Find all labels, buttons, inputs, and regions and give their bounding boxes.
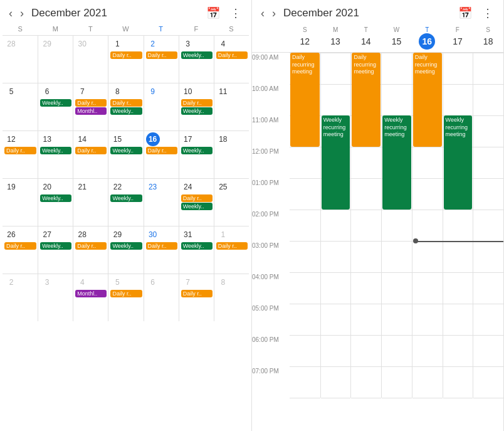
event-chip[interactable]: Weekly.. — [181, 107, 213, 115]
week-event[interactable]: Weekly recurring meeting — [322, 115, 350, 210]
day-cell[interactable]: 17Weekly.. — [179, 131, 214, 178]
day-cell[interactable]: 7Daily r..Monthl.. — [73, 83, 108, 130]
week-dow: M — [333, 26, 338, 33]
day-cell[interactable]: 9 — [144, 83, 179, 130]
event-chip[interactable]: Daily r.. — [110, 51, 142, 59]
day-cell[interactable]: 30 — [73, 36, 108, 83]
day-cell[interactable]: 7Daily r.. — [179, 274, 214, 321]
day-cell[interactable]: 6 — [144, 274, 179, 321]
day-cell[interactable]: 8Daily r..Weekly.. — [108, 83, 143, 130]
event-chip[interactable]: Weekly.. — [110, 194, 142, 202]
right-more-button[interactable]: ⋮ — [478, 5, 497, 21]
day-cell[interactable]: 30Daily r.. — [144, 226, 179, 274]
event-chip[interactable]: Daily r.. — [75, 99, 107, 107]
hour-line — [473, 210, 503, 210]
right-next-button[interactable]: › — [270, 6, 278, 20]
week-event[interactable]: Daily recurring meeting — [352, 53, 381, 147]
event-chip[interactable]: Daily r.. — [146, 51, 177, 59]
left-calendar-icon-button[interactable]: 📅 — [202, 5, 224, 21]
day-cell[interactable]: 20Weekly.. — [38, 179, 73, 226]
day-cell[interactable]: 15Weekly.. — [108, 131, 143, 178]
day-cell[interactable]: 12Daily r.. — [3, 131, 38, 178]
event-chip[interactable]: Daily r.. — [4, 147, 36, 154]
day-number: 14 — [75, 132, 89, 146]
day-cell[interactable]: 2 — [3, 274, 38, 321]
event-chip[interactable]: Weekly.. — [110, 107, 142, 115]
event-chip[interactable]: Daily r.. — [75, 147, 107, 154]
day-cell[interactable]: 19 — [3, 179, 38, 226]
right-calendar-icon-button[interactable]: 📅 — [454, 5, 476, 21]
right-title: December 2021 — [283, 7, 452, 19]
day-cell[interactable]: 13Weekly.. — [38, 131, 73, 178]
day-cell[interactable]: 25 — [214, 179, 249, 226]
day-cell[interactable]: 1Daily r.. — [214, 226, 249, 274]
event-chip[interactable]: Daily r.. — [216, 51, 248, 59]
day-cell[interactable]: 18 — [214, 131, 249, 178]
event-chip[interactable]: Weekly.. — [40, 194, 71, 202]
day-number: 2 — [146, 37, 160, 51]
event-chip[interactable]: Weekly.. — [110, 242, 142, 250]
day-cell[interactable]: 4Monthl.. — [73, 274, 108, 321]
day-cell[interactable]: 3Weekly.. — [179, 36, 214, 83]
event-chip[interactable]: Daily r.. — [4, 242, 36, 250]
day-cell[interactable]: 31Weekly.. — [179, 226, 214, 274]
event-chip[interactable]: Weekly.. — [181, 203, 213, 210]
hour-line — [473, 53, 503, 53]
day-cell[interactable]: 26Daily r.. — [3, 226, 38, 274]
week-body[interactable]: 09:00 AM10:00 AM11:00 AM12:00 PM01:00 PM… — [252, 53, 503, 431]
day-number: 6 — [40, 85, 54, 98]
event-chip[interactable]: Daily r.. — [75, 242, 107, 250]
event-chip[interactable]: Daily r.. — [181, 99, 213, 107]
day-cell[interactable]: 16Daily r.. — [144, 131, 179, 178]
day-cell[interactable]: 27Weekly.. — [38, 226, 73, 274]
day-cell[interactable]: 21 — [73, 179, 108, 226]
day-cell[interactable]: 3 — [38, 274, 73, 321]
day-cell[interactable]: 5Daily r.. — [108, 274, 143, 321]
left-next-button[interactable]: › — [18, 6, 26, 20]
hour-line — [382, 366, 412, 367]
dow-sat: S — [214, 24, 249, 34]
event-chip[interactable]: Weekly.. — [40, 242, 71, 250]
event-chip[interactable]: Daily r.. — [146, 242, 177, 250]
event-chip[interactable]: Monthl.. — [75, 107, 107, 115]
event-chip[interactable]: Daily r.. — [216, 242, 248, 250]
day-cell[interactable]: 1Daily r.. — [108, 36, 143, 83]
day-cell[interactable]: 5 — [3, 83, 38, 130]
event-chip[interactable]: Weekly.. — [110, 147, 142, 154]
day-cell[interactable]: 8 — [214, 274, 249, 321]
day-cell[interactable]: 23 — [144, 179, 179, 226]
day-cell[interactable]: 29 — [38, 36, 73, 83]
event-chip[interactable]: Monthl.. — [75, 290, 107, 297]
event-chip[interactable]: Weekly.. — [40, 147, 71, 154]
day-cell[interactable]: 28Daily r.. — [73, 226, 108, 274]
day-number: 5 — [4, 85, 18, 98]
day-cell[interactable]: 14Daily r.. — [73, 131, 108, 178]
event-chip[interactable]: Weekly.. — [181, 242, 213, 250]
week-event[interactable]: Weekly recurring meeting — [444, 115, 473, 210]
hour-line — [382, 84, 412, 85]
day-cell[interactable]: 4Daily r.. — [214, 36, 249, 83]
left-more-button[interactable]: ⋮ — [226, 5, 245, 21]
event-chip[interactable]: Weekly.. — [40, 99, 71, 107]
event-chip[interactable]: Daily r.. — [110, 290, 142, 297]
day-cell[interactable]: 24Daily r..Weekly.. — [179, 179, 214, 226]
day-cell[interactable]: 11 — [214, 83, 249, 130]
day-cell[interactable]: 6Weekly.. — [38, 83, 73, 130]
left-prev-button[interactable]: ‹ — [6, 6, 15, 20]
day-cell[interactable]: 28 — [3, 36, 38, 83]
event-chip[interactable]: Weekly.. — [181, 51, 213, 59]
event-chip[interactable]: Weekly.. — [181, 147, 213, 154]
week-event[interactable]: Weekly recurring meeting — [382, 115, 411, 210]
day-cell[interactable]: 22Weekly.. — [108, 179, 143, 226]
week-event[interactable]: Daily recurring meeting — [290, 53, 320, 147]
event-chip[interactable]: Daily r.. — [181, 290, 213, 297]
event-chip[interactable]: Daily r.. — [110, 99, 142, 107]
day-cell[interactable]: 2Daily r.. — [144, 36, 179, 83]
day-cell[interactable]: 10Daily r..Weekly.. — [179, 83, 214, 130]
dow-wed: W — [108, 24, 143, 34]
event-chip[interactable]: Daily r.. — [181, 194, 213, 202]
event-chip[interactable]: Daily r.. — [146, 147, 177, 154]
day-cell[interactable]: 29Weekly.. — [108, 226, 143, 274]
week-event[interactable]: Daily recurring meeting — [413, 53, 442, 147]
right-prev-button[interactable]: ‹ — [258, 6, 267, 20]
